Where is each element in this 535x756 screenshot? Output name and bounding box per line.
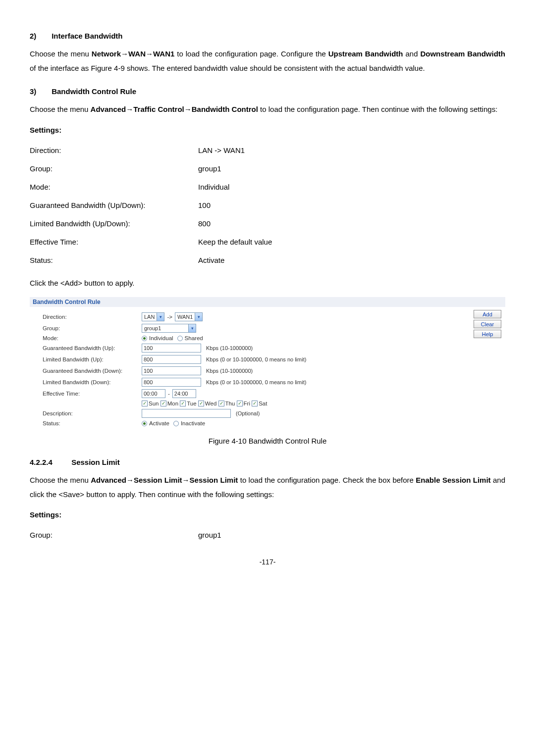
chk-wed[interactable] <box>198 401 204 406</box>
lbw-dn-hint: Kbps (0 or 10-1000000, 0 means no limit) <box>206 379 306 385</box>
lbw-up-input[interactable]: 800 <box>142 355 201 364</box>
settings-table: Direction:LAN -> WAN1 Group:group1 Mode:… <box>30 141 272 269</box>
label-gbw-up: Guaranteed Bandwidth (Up): <box>43 345 142 351</box>
direction-to-value: WAN1 <box>175 314 195 320</box>
text: Choose the menu <box>30 476 91 484</box>
row-gbw-dn: Guaranteed Bandwidth (Down): 100 Kbps (1… <box>43 366 492 375</box>
settings-heading-2: Settings: <box>30 510 505 519</box>
group-select[interactable]: group1 ▾ <box>142 324 196 333</box>
gbw-dn-hint: Kbps (10-1000000) <box>206 368 253 374</box>
chk-fri[interactable] <box>237 401 243 406</box>
chk-mon[interactable] <box>160 401 166 406</box>
direction-arrow: -> <box>167 314 172 320</box>
text-bold: Upstream Bandwidth <box>328 50 403 58</box>
settings-heading: Settings: <box>30 126 505 134</box>
settings-value: Activate <box>198 251 272 269</box>
radio-individual[interactable] <box>142 336 147 341</box>
section-title: Session Limit <box>71 458 120 466</box>
settings-value: group1 <box>198 159 272 178</box>
add-button[interactable]: Add <box>474 310 501 318</box>
panel-side-buttons: Add Clear Help <box>474 310 501 338</box>
gbw-dn-input[interactable]: 100 <box>142 366 201 375</box>
settings-key: Group: <box>30 159 198 178</box>
radio-individual-label: Individual <box>149 335 173 341</box>
panel-body: Add Clear Help Direction: LAN ▾ -> WAN1 … <box>30 307 505 432</box>
settings-value: 800 <box>198 214 272 233</box>
radio-inactivate[interactable] <box>173 421 179 426</box>
chk-mon-label: Mon <box>167 401 178 406</box>
text: to load the configuration page. Configur… <box>174 50 328 58</box>
label-lbw-up: Limited Bandwidth (Up): <box>43 356 142 362</box>
chevron-down-icon: ▾ <box>195 313 202 321</box>
direction-from-select[interactable]: LAN ▾ <box>142 312 164 321</box>
radio-shared[interactable] <box>177 336 183 341</box>
radio-inactivate-label: Inactivate <box>181 420 205 426</box>
text: Choose the menu <box>30 105 91 113</box>
heading-session-limit: 4.2.2.4 Session Limit <box>30 458 505 466</box>
nav-path: Advanced→Traffic Control→Bandwidth Contr… <box>91 105 258 113</box>
section-number: 4.2.2.4 <box>30 458 69 466</box>
settings-value: Individual <box>198 178 272 196</box>
settings-key: Group: <box>30 526 198 544</box>
direction-to-select[interactable]: WAN1 ▾ <box>175 312 203 321</box>
settings-key: Direction: <box>30 141 198 159</box>
description-input[interactable] <box>142 409 231 418</box>
text-bold: Enable Session Limit <box>416 476 490 484</box>
row-mode: Mode: Individual Shared <box>43 335 492 341</box>
time-to-input[interactable]: 24:00 <box>172 389 196 398</box>
settings-key: Mode: <box>30 178 198 196</box>
label-description: Description: <box>43 410 142 416</box>
radio-activate[interactable] <box>142 421 147 426</box>
settings-value: LAN -> WAN1 <box>198 141 272 159</box>
label-group: Group: <box>43 325 142 331</box>
chk-sun[interactable] <box>142 401 148 406</box>
settings-row: Guaranteed Bandwidth (Up/Down):100 <box>30 196 272 214</box>
row-lbw-dn: Limited Bandwidth (Down): 800 Kbps (0 or… <box>43 378 492 387</box>
settings-value: Keep the default value <box>198 233 272 251</box>
label-effective-time: Effective Time: <box>43 391 142 397</box>
chk-thu[interactable] <box>218 401 224 406</box>
heading-text: Bandwidth Control Rule <box>52 87 136 96</box>
click-add-note: Click the <Add> button to apply. <box>30 276 505 291</box>
chk-sat[interactable] <box>252 401 258 406</box>
chk-sat-label: Sat <box>259 401 267 406</box>
text-bold: Downstream Bandwidth <box>420 50 505 58</box>
row-gbw-up: Guaranteed Bandwidth (Up): 100 Kbps (10-… <box>43 344 492 353</box>
settings-row: Status:Activate <box>30 251 272 269</box>
chk-tue[interactable] <box>180 401 186 406</box>
time-from-input[interactable]: 00:00 <box>142 389 165 398</box>
nav-path: Network→WAN→WAN1 <box>92 50 175 58</box>
row-direction: Direction: LAN ▾ -> WAN1 ▾ <box>43 312 492 321</box>
text: to load the configuration page. Check th… <box>238 476 416 484</box>
direction-from-value: LAN <box>142 314 157 320</box>
help-button[interactable]: Help <box>474 330 501 338</box>
settings-key: Guaranteed Bandwidth (Up/Down): <box>30 196 198 214</box>
para-bcr: Choose the menu Advanced→Traffic Control… <box>30 102 505 117</box>
settings-row: Group:group1 <box>30 159 272 178</box>
lbw-dn-input[interactable]: 800 <box>142 378 201 387</box>
heading-bandwidth-control-rule: 3) Bandwidth Control Rule <box>30 87 505 96</box>
heading-number: 3) <box>30 87 50 96</box>
gbw-up-input[interactable]: 100 <box>142 344 201 353</box>
group-value: group1 <box>142 325 188 331</box>
time-dash: - <box>168 391 170 397</box>
chk-wed-label: Wed <box>205 401 216 406</box>
para-interface-bandwidth: Choose the menu Network→WAN→WAN1 to load… <box>30 47 505 75</box>
description-hint: (Optional) <box>236 410 260 416</box>
row-status: Status: Activate Inactivate <box>43 420 492 426</box>
chk-sun-label: Sun <box>149 401 159 406</box>
settings-row: Effective Time:Keep the default value <box>30 233 272 251</box>
lbw-up-hint: Kbps (0 or 10-1000000, 0 means no limit) <box>206 356 306 362</box>
text: Choose the menu <box>30 50 92 58</box>
nav-path: Advanced→Session Limit→Session Limit <box>91 476 238 484</box>
settings-row: Direction:LAN -> WAN1 <box>30 141 272 159</box>
chk-tue-label: Tue <box>187 401 196 406</box>
page-number: -117- <box>30 558 505 566</box>
heading-number: 2) <box>30 32 50 40</box>
settings-row: Group: group1 <box>30 526 221 544</box>
row-effective-time: Effective Time: 00:00 - 24:00 <box>43 389 492 398</box>
chk-fri-label: Fri <box>244 401 250 406</box>
clear-button[interactable]: Clear <box>474 320 501 328</box>
text: of the interface as Figure 4-9 shows. Th… <box>30 64 425 72</box>
para-session-limit: Choose the menu Advanced→Session Limit→S… <box>30 473 505 502</box>
